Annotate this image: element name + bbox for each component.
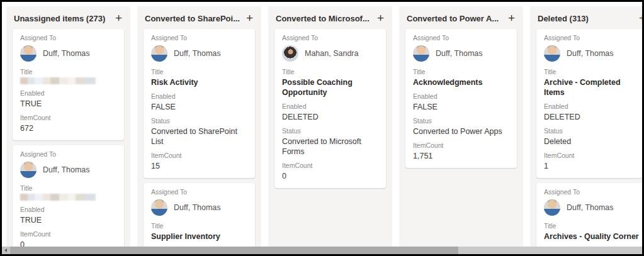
avatar — [413, 45, 429, 62]
field-value: Converted to Microsoft Forms — [282, 136, 378, 157]
scrollbar-thumb[interactable] — [10, 247, 458, 254]
kanban-card[interactable]: Assigned ToDuff, ThomasTitleEnabledTRUEI… — [13, 145, 124, 247]
field-label: ItemCount — [282, 162, 378, 170]
board-column: Converted to Microsof...+Assigned ToMaha… — [268, 6, 392, 247]
assigned-person: Duff, Thomas — [151, 43, 247, 63]
avatar — [151, 45, 167, 62]
field-label: Title — [20, 68, 116, 76]
card-field: Assigned ToDuff, Thomas — [544, 188, 640, 217]
board-column: Converted to SharePoi...+Assigned ToDuff… — [137, 6, 261, 247]
field-label: Status — [151, 117, 247, 125]
field-label: Status — [282, 127, 378, 135]
field-value: TRUE — [20, 99, 116, 109]
field-value: Converted to SharePoint List — [151, 126, 247, 147]
card-field: TitleSupplier Inventory — [151, 222, 247, 242]
field-label: Assigned To — [151, 188, 247, 196]
board: Unassigned items (273)+Assigned ToDuff, … — [6, 6, 644, 247]
card-field: ItemCount672 — [20, 114, 116, 133]
board-column: Converted to Power A...+Assigned ToDuff,… — [399, 6, 523, 247]
field-value: Deleted — [544, 136, 640, 147]
card-field: EnabledFALSE — [413, 92, 509, 112]
card-field: Assigned ToDuff, Thomas — [151, 34, 247, 63]
field-value: 15 — [151, 161, 247, 171]
card-field: Assigned ToDuff, Thomas — [20, 34, 116, 63]
field-label: ItemCount — [20, 114, 116, 122]
field-label: Enabled — [413, 92, 509, 101]
card-field: Title — [20, 184, 116, 201]
column-header: Deleted (313)+ — [530, 6, 644, 29]
kanban-card[interactable]: Assigned ToDuff, ThomasTitleAcknowledgme… — [405, 29, 517, 168]
field-label: Assigned To — [544, 188, 640, 196]
card-field: ItemCount15 — [151, 152, 247, 171]
avatar — [151, 199, 167, 216]
add-card-button[interactable]: + — [376, 13, 385, 23]
field-label: Assigned To — [544, 34, 640, 42]
column-title: Converted to Power A... — [407, 14, 499, 23]
field-label: Enabled — [151, 92, 247, 101]
avatar — [282, 45, 298, 62]
kanban-card[interactable]: Assigned ToMahan, SandraTitlePossible Co… — [274, 29, 386, 188]
card-field: Assigned ToDuff, Thomas — [151, 188, 247, 217]
scroll-left-icon — [4, 248, 7, 252]
field-label: Title — [20, 184, 116, 192]
field-label: Assigned To — [413, 34, 509, 42]
field-label: Assigned To — [20, 34, 116, 42]
assigned-person: Duff, Thomas — [20, 43, 116, 63]
field-value: DELETED — [544, 112, 640, 122]
card-field: EnabledTRUE — [20, 206, 116, 225]
add-card-button[interactable]: + — [115, 13, 123, 23]
card-field: EnabledDELETED — [282, 103, 378, 122]
assigned-person: Duff, Thomas — [413, 43, 509, 63]
field-value: FALSE — [151, 102, 247, 112]
field-label: Title — [151, 222, 247, 230]
avatar — [20, 162, 37, 178]
field-label: Status — [413, 117, 509, 125]
scroll-left-button[interactable] — [2, 247, 9, 254]
card-field: TitleArchives - Quality Corner — [544, 222, 640, 242]
field-label: Title — [413, 68, 509, 76]
card-field: TitleArchive - Completed Items — [544, 68, 640, 97]
field-value: Archive - Completed Items — [544, 77, 640, 97]
card-field: TitleAcknowledgments — [413, 68, 509, 87]
column-title: Deleted (313) — [538, 14, 589, 23]
card-field: Title — [20, 68, 116, 84]
field-label: ItemCount — [413, 142, 509, 150]
field-label: Title — [544, 68, 640, 76]
card-field: TitlePossible Coaching Opportunity — [282, 68, 378, 97]
card-field: Assigned ToDuff, Thomas — [20, 150, 116, 179]
add-card-button[interactable]: + — [507, 13, 516, 23]
card-field: ItemCount0 — [282, 162, 378, 181]
assigned-person: Mahan, Sandra — [282, 43, 378, 63]
field-value: Risk Activity — [151, 77, 247, 87]
card-field: TitleRisk Activity — [151, 68, 247, 87]
horizontal-scrollbar[interactable] — [2, 247, 642, 254]
person-name: Duff, Thomas — [567, 49, 614, 58]
column-header: Converted to SharePoi...+ — [137, 6, 261, 29]
field-label: Assigned To — [282, 34, 378, 42]
kanban-card[interactable]: Assigned ToDuff, ThomasTitleEnabledTRUEI… — [13, 29, 124, 140]
person-name: Duff, Thomas — [567, 203, 614, 212]
card-field: EnabledFALSE — [151, 92, 247, 112]
add-card-button[interactable]: + — [246, 13, 254, 23]
field-value: Supplier Inventory — [151, 231, 247, 242]
person-name: Duff, Thomas — [174, 203, 221, 212]
board-column: Unassigned items (273)+Assigned ToDuff, … — [6, 6, 130, 247]
assigned-person: Duff, Thomas — [544, 198, 640, 217]
person-name: Duff, Thomas — [174, 49, 221, 58]
field-value: Archives - Quality Corner — [544, 231, 640, 242]
column-title: Converted to SharePoi... — [145, 14, 240, 23]
board-column: Deleted (313)+Assigned ToDuff, ThomasTit… — [530, 6, 644, 247]
card-field: Assigned ToMahan, Sandra — [282, 34, 378, 63]
field-label: Enabled — [20, 206, 116, 214]
field-label: ItemCount — [544, 152, 640, 160]
field-value: 1 — [544, 161, 640, 171]
kanban-card[interactable]: Assigned ToDuff, ThomasTitleSupplier Inv… — [144, 183, 255, 247]
assigned-person: Duff, Thomas — [151, 198, 247, 217]
field-value: 1,751 — [413, 151, 509, 161]
field-value: FALSE — [413, 102, 509, 112]
kanban-card[interactable]: Assigned ToDuff, ThomasTitleArchive - Co… — [536, 29, 644, 178]
kanban-card[interactable]: Assigned ToDuff, ThomasTitleArchives - Q… — [536, 183, 644, 247]
kanban-card[interactable]: Assigned ToDuff, ThomasTitleRisk Activit… — [144, 29, 255, 178]
add-card-button[interactable]: + — [638, 13, 644, 23]
card-field: StatusDeleted — [544, 127, 640, 147]
